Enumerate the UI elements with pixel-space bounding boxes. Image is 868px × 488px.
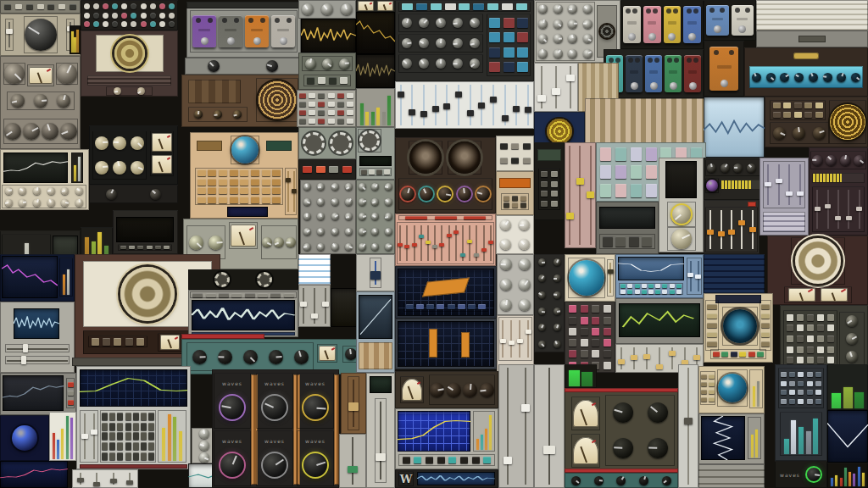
button[interactable] (361, 169, 367, 175)
knob[interactable] (854, 155, 865, 166)
button[interactable] (551, 201, 558, 207)
button[interactable] (414, 457, 421, 463)
button[interactable] (581, 339, 588, 347)
knob[interactable] (500, 258, 512, 270)
button[interactable] (620, 284, 626, 288)
knob[interactable] (613, 438, 633, 458)
knob[interactable] (19, 187, 26, 195)
button[interactable] (709, 374, 715, 379)
fader[interactable] (695, 259, 701, 293)
knob[interactable] (583, 4, 593, 14)
fader[interactable] (420, 83, 427, 127)
fader[interactable] (543, 366, 555, 486)
knob[interactable] (594, 476, 604, 485)
knob[interactable] (266, 60, 278, 72)
fader[interactable] (525, 83, 531, 127)
fader[interactable] (684, 366, 693, 486)
button[interactable] (120, 246, 126, 249)
button[interactable] (262, 187, 270, 194)
fader[interactable] (687, 259, 693, 293)
button[interactable] (136, 338, 144, 346)
knob[interactable] (571, 476, 581, 485)
fader[interactable] (500, 319, 506, 359)
button[interactable] (102, 442, 108, 450)
button[interactable] (761, 341, 770, 347)
fader[interactable] (322, 286, 329, 325)
knob[interactable] (519, 219, 530, 230)
button[interactable] (781, 399, 787, 404)
button[interactable] (102, 452, 108, 460)
button[interactable] (340, 77, 348, 84)
fader[interactable] (797, 163, 804, 207)
button[interactable] (781, 381, 787, 386)
button[interactable] (783, 112, 791, 118)
knob[interactable] (538, 308, 546, 315)
button[interactable] (707, 341, 717, 347)
knob[interactable] (209, 236, 223, 250)
knob[interactable] (371, 228, 379, 236)
knob[interactable] (189, 236, 203, 250)
button[interactable] (68, 382, 74, 387)
fader[interactable] (292, 169, 297, 214)
button[interactable] (148, 452, 154, 460)
button[interactable] (109, 413, 115, 420)
knob[interactable] (846, 315, 858, 327)
knob[interactable] (23, 123, 40, 140)
button[interactable] (92, 338, 99, 346)
knob[interactable] (331, 183, 339, 191)
button[interactable] (783, 103, 791, 108)
button[interactable] (511, 143, 519, 149)
knob[interactable] (305, 58, 316, 69)
pedal[interactable] (623, 6, 641, 44)
button[interactable] (517, 32, 528, 42)
button[interactable] (93, 13, 99, 19)
button[interactable] (84, 3, 90, 9)
button[interactable] (627, 290, 632, 294)
knob[interactable] (303, 228, 311, 236)
knob[interactable] (752, 73, 761, 82)
button[interactable] (815, 390, 821, 395)
button[interactable] (133, 432, 139, 440)
fader[interactable] (608, 261, 614, 295)
button[interactable] (721, 352, 728, 357)
knob[interactable] (57, 64, 77, 84)
knob[interactable] (475, 186, 492, 202)
button[interactable] (581, 305, 588, 313)
button[interactable] (701, 374, 707, 379)
fader[interactable] (517, 319, 523, 359)
button[interactable] (299, 110, 306, 115)
button[interactable] (208, 179, 216, 186)
button[interactable] (502, 3, 513, 10)
button[interactable] (815, 112, 823, 118)
fader[interactable] (669, 346, 676, 371)
button[interactable] (592, 350, 599, 358)
button[interactable] (662, 284, 667, 288)
fader[interactable] (552, 64, 560, 110)
button[interactable] (347, 119, 353, 124)
button[interactable] (662, 290, 667, 294)
fader[interactable] (110, 471, 117, 486)
knob[interactable] (480, 383, 494, 397)
knob[interactable] (233, 110, 242, 119)
button[interactable] (284, 293, 294, 297)
knob[interactable] (75, 187, 83, 195)
knob[interactable] (538, 341, 546, 348)
button[interactable] (230, 169, 238, 176)
knob[interactable] (4, 123, 21, 140)
knob[interactable] (470, 58, 480, 69)
button[interactable] (794, 103, 802, 108)
knob[interactable] (331, 228, 339, 236)
button[interactable] (504, 196, 509, 201)
button[interactable] (781, 372, 787, 377)
knob[interactable] (359, 228, 366, 236)
button[interactable] (827, 357, 834, 363)
button[interactable] (517, 18, 528, 28)
fader[interactable] (467, 224, 472, 263)
knob[interactable] (131, 136, 144, 150)
button[interactable] (342, 166, 352, 173)
button[interactable] (739, 352, 746, 357)
fader[interactable] (566, 64, 575, 110)
button[interactable] (147, 246, 153, 249)
knob[interactable] (345, 213, 353, 220)
knob[interactable] (19, 199, 26, 207)
